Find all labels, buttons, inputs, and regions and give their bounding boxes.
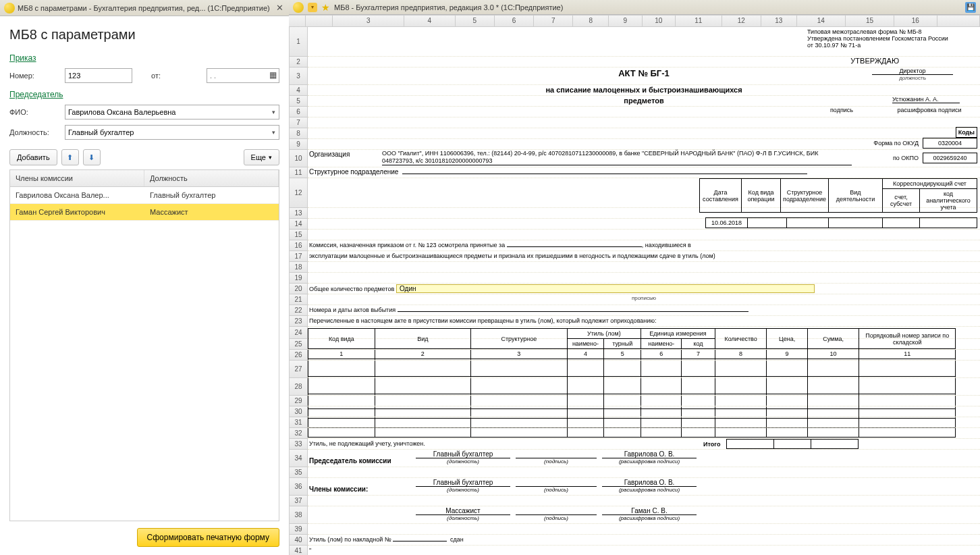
number-input[interactable]	[65, 68, 132, 83]
date-from-label: от:	[151, 72, 202, 80]
close-icon[interactable]: ✕	[274, 3, 285, 14]
dialog-title-text: МБ8 с параметрами - Бухгалтерия предприя…	[18, 4, 271, 12]
more-button[interactable]: Еще ▾	[244, 149, 279, 165]
save-icon[interactable]: 💾	[965, 2, 976, 13]
grid-header-post[interactable]: Должность	[144, 170, 279, 186]
number-label: Номер:	[9, 72, 61, 80]
chevron-down-icon[interactable]: ▾	[269, 127, 278, 138]
app-1c-icon	[293, 2, 304, 13]
page-title: МБ8 с параметрами	[9, 27, 279, 43]
member-name: Гаман Сергей Викторович	[10, 204, 144, 220]
star-icon[interactable]: ★	[321, 2, 330, 13]
fio-input[interactable]	[65, 105, 279, 120]
app-title-text: МБ8 - Бухгалтерия предприятия, редакция …	[334, 3, 961, 11]
add-button-label: Добавить	[17, 153, 50, 161]
post-input[interactable]	[65, 125, 279, 140]
app-1c-icon	[4, 3, 15, 14]
add-button[interactable]: Добавить	[9, 149, 57, 165]
more-button-label: Еще	[251, 153, 266, 161]
member-post: Главный бухгалтер	[144, 187, 279, 203]
spreadsheet[interactable]: 345678910111213141516 1 Типовая межотрас…	[289, 15, 980, 555]
group-order-label[interactable]: Приказ	[9, 53, 279, 63]
move-up-button[interactable]: ⬆	[61, 149, 79, 165]
group-chair-label[interactable]: Председатель	[9, 90, 279, 99]
app-titlebar: ▾ ★ МБ8 - Бухгалтерия предприятия, редак…	[289, 0, 980, 15]
chevron-down-icon: ▾	[269, 154, 272, 161]
move-down-button[interactable]: ⬇	[83, 149, 101, 165]
fio-label: ФИО:	[9, 108, 61, 116]
dialog-titlebar: МБ8 с параметрами - Бухгалтерия предприя…	[0, 0, 289, 16]
column-ruler: 345678910111213141516	[289, 15, 980, 27]
members-grid[interactable]: Члены комиссии Должность Гаврилова Оксан…	[9, 169, 279, 521]
post-label: Должность:	[9, 128, 61, 136]
member-post: Массажист	[144, 204, 279, 220]
generate-button-label: Сформировать печатную форму	[147, 533, 269, 542]
table-row[interactable]: Гаврилова Оксана Валер... Главный бухгал…	[10, 187, 279, 204]
chevron-down-icon[interactable]: ▾	[269, 107, 278, 117]
generate-print-form-button[interactable]: Сформировать печатную форму	[137, 528, 279, 547]
grid-header-member[interactable]: Члены комиссии	[10, 170, 144, 186]
table-row[interactable]: Гаман Сергей Викторович Массажист	[10, 204, 279, 221]
dropdown-icon[interactable]: ▾	[308, 3, 317, 12]
member-name: Гаврилова Оксана Валер...	[10, 187, 144, 203]
date-input[interactable]	[207, 68, 279, 83]
calendar-icon[interactable]: ▦	[269, 70, 277, 80]
